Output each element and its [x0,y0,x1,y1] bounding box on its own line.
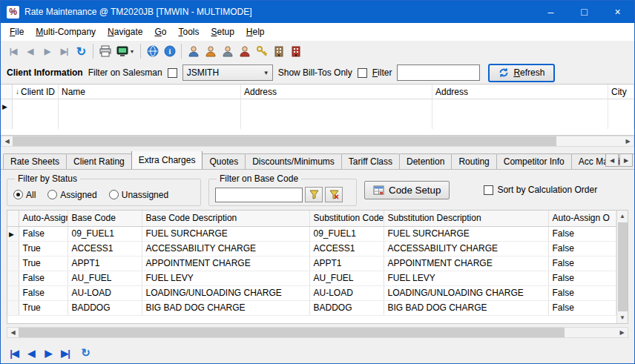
charges-row[interactable]: ▶ False 09_FUEL1 FUEL SURCHARGE 09_FUEL1… [7,226,616,241]
code-setup-button[interactable]: Code Setup [364,181,450,199]
tab-discounts-minimums[interactable]: Discounts/Minimums [245,153,342,169]
nav-last-icon[interactable]: ▶| [58,345,73,360]
driver-icon[interactable] [219,43,236,60]
vendor-building-icon[interactable] [270,43,287,60]
refresh-icon[interactable]: ↻ [73,43,90,60]
charges-grid-hscrollbar[interactable]: ◀ ▶ [7,327,628,338]
tab-competitor-info[interactable]: Competitor Info [496,153,572,169]
sort-by-calc-label: Sort by Calculation Order [497,185,597,195]
substitution-description-column-header[interactable]: Substitution Description [384,211,548,226]
charges-row[interactable]: False AU_FUEL FUEL LEVY AU_FUEL FUEL LEV… [7,271,616,285]
scroll-left-icon[interactable]: ◀ [7,328,19,337]
tab-rate-sheets[interactable]: Rate Sheets [3,153,67,169]
scroll-right-icon[interactable]: ▶ [616,328,628,337]
tab-scroll-right-icon[interactable]: ▶ [619,153,633,167]
auto-assign-column-header[interactable]: Auto-Assign [19,211,68,226]
charges-grid[interactable]: Auto-Assign Base Code Base Code Descript… [7,210,628,324]
svg-text:i: i [168,47,171,56]
prior-record-icon[interactable]: ◀ [22,43,39,60]
radio-all-control[interactable] [13,190,23,199]
close-button[interactable]: × [601,1,634,23]
customer-icon[interactable] [185,43,202,60]
base-code-filter-input[interactable] [215,188,303,202]
tab-scroll-left-icon[interactable]: ◀ [605,153,619,167]
tab-extra-charges[interactable]: Extra Charges [131,151,203,169]
contact-icon[interactable] [202,43,219,60]
filter-on-base-code-group: Filter on Base Code [208,173,357,206]
web-icon[interactable] [144,43,161,60]
print-icon[interactable] [96,43,113,60]
address-column-header[interactable]: Address [241,85,432,99]
tab-tariff-class[interactable]: Tariff Class [341,153,400,169]
city-column-header[interactable]: City [608,85,634,99]
nav-prior-icon[interactable]: ◀ [24,345,39,360]
scroll-right-icon[interactable]: ▶ [622,136,634,146]
tab-quotes[interactable]: Quotes [202,153,246,169]
tab-strip: Rate Sheets Client Rating Extra Charges … [1,151,634,170]
menu-navigate[interactable]: Navigate [102,24,148,39]
client-grid-row[interactable]: ▶ [1,99,634,114]
report-viewer-icon[interactable]: ▼ [113,43,137,60]
refresh-button[interactable]: Refresh [488,64,555,82]
scroll-down-icon[interactable]: ▼ [618,312,628,323]
radio-assigned-control[interactable] [47,190,57,199]
menu-go[interactable]: Go [148,24,172,39]
charges-row[interactable]: True ACCESS1 ACCESSABILITY CHARGE ACCESS… [7,241,616,256]
user-security-icon[interactable] [236,43,253,60]
client-id-column-header[interactable]: ↓Client ID [13,85,59,99]
auto-assign-only-column-header[interactable]: Auto-Assign O [548,211,616,226]
menu-multi-company[interactable]: Multi-Company [30,24,102,39]
app-icon: % [7,6,19,19]
minimize-button[interactable]: – [534,1,567,23]
charges-row[interactable]: True BADDOG BIG BAD DOG CHARGE BADDOG BI… [7,300,616,315]
radio-all[interactable]: All [13,190,36,200]
company-building-icon[interactable] [287,43,304,60]
filter-by-status-group: Filter by Status All Assigned Unassigned [7,173,201,206]
base-code-description-column-header[interactable]: Base Code Description [142,211,309,226]
charges-row[interactable]: True APPT1 APPOINTMENT CHARGE APPT1 APPO… [7,256,616,271]
key-icon[interactable] [253,43,270,60]
client-grid-hscrollbar[interactable]: ◀ ▶ [1,136,634,147]
salesman-select[interactable]: JSMITH ▼ [182,64,273,81]
radio-unassigned-control[interactable] [109,190,119,199]
menu-file[interactable]: File [4,24,30,39]
sort-by-calc-checkbox[interactable] [484,185,493,195]
sort-by-calc-wrap[interactable]: Sort by Calculation Order [484,185,597,195]
client-filter-input[interactable] [397,64,480,81]
client-grid-row[interactable] [1,114,634,129]
clear-filter-button[interactable] [325,187,343,202]
scroll-up-icon[interactable]: ▲ [618,211,628,222]
tab-detention[interactable]: Detention [399,153,452,169]
info-icon[interactable]: i [161,43,178,60]
menu-help[interactable]: Help [240,24,271,39]
menu-setup[interactable]: Setup [205,24,240,39]
menu-bar: File Multi-Company Navigate Go Tools Set… [1,23,634,41]
nav-first-icon[interactable]: |◀ [7,345,22,360]
funnel-icon [309,190,319,199]
tab-routing[interactable]: Routing [451,153,496,169]
hscroll-thumb[interactable] [19,328,565,337]
tab-client-rating[interactable]: Client Rating [66,153,132,169]
last-record-icon[interactable]: ▶| [56,43,73,60]
nav-next-icon[interactable]: ▶ [41,345,56,360]
maximize-button[interactable]: □ [567,1,601,23]
charges-grid-vscrollbar[interactable]: ▲ ▼ [616,211,628,323]
nav-refresh-icon[interactable]: ↻ [78,345,93,360]
scroll-left-icon[interactable]: ◀ [1,136,13,146]
name-column-header[interactable]: Name [59,85,241,99]
first-record-icon[interactable]: |◀ [4,43,22,60]
show-billtos-checkbox[interactable] [358,68,367,78]
hscroll-thumb[interactable] [13,136,556,146]
radio-unassigned[interactable]: Unassigned [109,190,168,200]
charges-row[interactable]: False AU-LOAD LOADING/UNLOADING CHARGE A… [7,285,616,300]
base-code-column-header[interactable]: Base Code [68,211,142,226]
radio-assigned[interactable]: Assigned [47,190,96,200]
apply-filter-button[interactable] [305,187,323,202]
vscroll-thumb[interactable] [618,222,628,311]
client-grid[interactable]: ↓Client ID Name Address Address City ▶ [1,84,634,136]
menu-tools[interactable]: Tools [172,24,205,39]
substitution-code-column-header[interactable]: Substitution Code [309,211,384,226]
filter-on-salesman-checkbox[interactable] [168,68,177,78]
address2-column-header[interactable]: Address [432,85,608,99]
next-record-icon[interactable]: ▶ [39,43,56,60]
